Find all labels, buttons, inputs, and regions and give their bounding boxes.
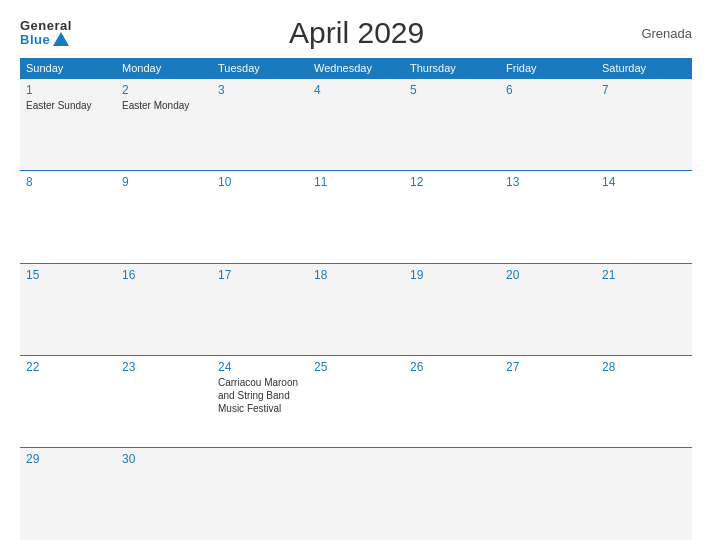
day-number: 26	[410, 360, 494, 374]
day-number: 18	[314, 268, 398, 282]
calendar-week-row: 1Easter Sunday2Easter Monday34567	[20, 79, 692, 171]
day-number: 11	[314, 175, 398, 189]
calendar-cell: 6	[500, 79, 596, 171]
day-number: 28	[602, 360, 686, 374]
day-number: 12	[410, 175, 494, 189]
day-number: 22	[26, 360, 110, 374]
calendar-cell: 24Carriacou Maroon and String Band Music…	[212, 355, 308, 447]
calendar-cell: 9	[116, 171, 212, 263]
day-number: 19	[410, 268, 494, 282]
col-thursday: Thursday	[404, 58, 500, 79]
day-number: 30	[122, 452, 206, 466]
day-number: 14	[602, 175, 686, 189]
day-number: 1	[26, 83, 110, 97]
calendar-cell: 3	[212, 79, 308, 171]
day-number: 9	[122, 175, 206, 189]
day-number: 8	[26, 175, 110, 189]
calendar-cell: 18	[308, 263, 404, 355]
calendar-cell: 14	[596, 171, 692, 263]
col-tuesday: Tuesday	[212, 58, 308, 79]
day-number: 25	[314, 360, 398, 374]
calendar-cell: 30	[116, 448, 212, 540]
calendar-cell: 20	[500, 263, 596, 355]
calendar-cell: 5	[404, 79, 500, 171]
calendar-cell: 13	[500, 171, 596, 263]
calendar-week-row: 891011121314	[20, 171, 692, 263]
day-number: 23	[122, 360, 206, 374]
calendar-page: General Blue April 2029 Grenada Sunday M…	[0, 0, 712, 550]
day-number: 24	[218, 360, 302, 374]
col-saturday: Saturday	[596, 58, 692, 79]
col-sunday: Sunday	[20, 58, 116, 79]
country-label: Grenada	[641, 26, 692, 41]
day-number: 15	[26, 268, 110, 282]
day-number: 5	[410, 83, 494, 97]
calendar-cell	[404, 448, 500, 540]
logo-general-text: General	[20, 19, 72, 32]
calendar-cell: 8	[20, 171, 116, 263]
calendar-week-row: 2930	[20, 448, 692, 540]
calendar-cell: 22	[20, 355, 116, 447]
calendar-cell: 11	[308, 171, 404, 263]
header: General Blue April 2029 Grenada	[20, 16, 692, 50]
day-number: 3	[218, 83, 302, 97]
day-number: 21	[602, 268, 686, 282]
day-number: 4	[314, 83, 398, 97]
calendar-cell: 16	[116, 263, 212, 355]
day-number: 17	[218, 268, 302, 282]
logo-blue-text: Blue	[20, 32, 72, 47]
calendar-cell: 12	[404, 171, 500, 263]
calendar-cell: 17	[212, 263, 308, 355]
page-title: April 2029	[72, 16, 641, 50]
calendar-cell	[308, 448, 404, 540]
calendar-cell: 26	[404, 355, 500, 447]
calendar-cell: 2Easter Monday	[116, 79, 212, 171]
day-number: 29	[26, 452, 110, 466]
calendar-cell	[212, 448, 308, 540]
calendar-cell: 7	[596, 79, 692, 171]
calendar-week-row: 15161718192021	[20, 263, 692, 355]
calendar-table: Sunday Monday Tuesday Wednesday Thursday…	[20, 58, 692, 540]
calendar-cell: 29	[20, 448, 116, 540]
calendar-cell: 23	[116, 355, 212, 447]
event-label: Carriacou Maroon and String Band Music F…	[218, 376, 302, 415]
day-number: 13	[506, 175, 590, 189]
col-friday: Friday	[500, 58, 596, 79]
logo-triangle-icon	[53, 32, 69, 46]
day-number: 27	[506, 360, 590, 374]
calendar-cell: 15	[20, 263, 116, 355]
day-number: 2	[122, 83, 206, 97]
calendar-cell: 1Easter Sunday	[20, 79, 116, 171]
logo: General Blue	[20, 19, 72, 47]
calendar-cell: 19	[404, 263, 500, 355]
calendar-cell: 25	[308, 355, 404, 447]
calendar-cell: 27	[500, 355, 596, 447]
col-wednesday: Wednesday	[308, 58, 404, 79]
day-number: 16	[122, 268, 206, 282]
calendar-cell	[596, 448, 692, 540]
calendar-cell: 28	[596, 355, 692, 447]
calendar-cell	[500, 448, 596, 540]
calendar-week-row: 222324Carriacou Maroon and String Band M…	[20, 355, 692, 447]
calendar-header-row: Sunday Monday Tuesday Wednesday Thursday…	[20, 58, 692, 79]
day-number: 10	[218, 175, 302, 189]
event-label: Easter Monday	[122, 99, 206, 112]
event-label: Easter Sunday	[26, 99, 110, 112]
calendar-cell: 4	[308, 79, 404, 171]
day-number: 20	[506, 268, 590, 282]
calendar-cell: 10	[212, 171, 308, 263]
day-number: 7	[602, 83, 686, 97]
calendar-cell: 21	[596, 263, 692, 355]
day-number: 6	[506, 83, 590, 97]
col-monday: Monday	[116, 58, 212, 79]
